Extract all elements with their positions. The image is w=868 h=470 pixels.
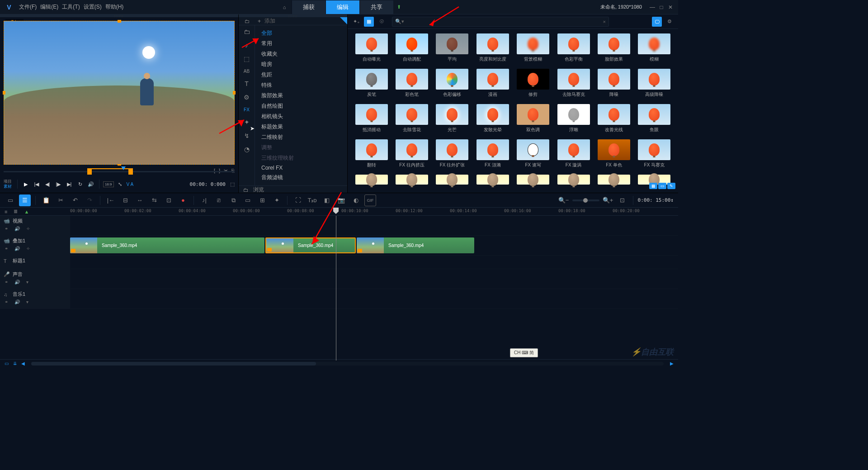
effect-tool-icon[interactable]: ✦ [271, 195, 283, 206]
track-link-icon[interactable]: ⚭ [5, 246, 8, 251]
track-fx-icon[interactable]: ✧ [26, 226, 30, 231]
view-toggle-1[interactable]: ▦ [649, 183, 657, 189]
effect-item[interactable]: 自动调配 [392, 33, 431, 66]
track-menu-icon[interactable]: ≣ [14, 209, 18, 214]
volume-button[interactable]: 🔊 [86, 180, 95, 189]
cut-icon[interactable]: ✂ [55, 195, 66, 206]
browse-icon[interactable]: 🗀 [243, 187, 249, 193]
menu-tools[interactable]: 工具(T) [62, 3, 80, 11]
wand-icon[interactable]: ✦ [244, 119, 250, 126]
track-fx-icon[interactable]: ✧ [26, 246, 30, 251]
add-to-fav-icon[interactable]: ✦₊ [351, 17, 361, 27]
effect-item[interactable]: FX 马赛克 [635, 139, 674, 172]
crop-handle-left[interactable] [3, 91, 5, 95]
filter-item[interactable]: 脸部效果 [255, 90, 347, 101]
step-back-button[interactable]: ◀| [43, 180, 52, 189]
menu-file[interactable]: 文件(F) [19, 3, 37, 11]
record-icon[interactable]: ● [177, 195, 189, 206]
track-mute-icon[interactable]: 🔊 [14, 280, 20, 285]
ripple-delete-icon[interactable]: ⊟ [119, 195, 131, 206]
effect-item[interactable]: 发散光晕 [473, 104, 512, 137]
effects-search[interactable]: 🔍▾ × [392, 17, 609, 27]
view-toggle-2[interactable]: ▭ [658, 183, 666, 189]
effect-item[interactable]: 光芒 [433, 104, 472, 137]
effect-item[interactable]: FX 往内挤压 [392, 139, 431, 172]
resize-icon[interactable]: ⤡ [116, 180, 125, 189]
tab-edit[interactable]: 编辑 [326, 0, 359, 14]
scrub-playhead[interactable] [121, 166, 126, 170]
effect-item[interactable] [514, 175, 552, 188]
effect-item[interactable]: 翻转 [352, 139, 391, 172]
zoom-slider[interactable] [572, 199, 599, 201]
goto-end-button[interactable]: ▶| [65, 180, 74, 189]
filter-item[interactable]: 收藏夹 [255, 49, 347, 59]
fx-icon[interactable]: FX [244, 107, 250, 112]
effect-item[interactable]: FX 速写 [514, 139, 552, 172]
effect-item[interactable] [473, 175, 512, 188]
timeline-view-icon[interactable]: ☰ [19, 195, 31, 206]
effect-item[interactable] [433, 175, 472, 188]
effects-grid[interactable]: 自动曝光自动调配平均亮度和对比度背景模糊色彩平衡脸部效果模糊炭笔彩色笔色彩偏移漫… [348, 29, 678, 193]
effect-item[interactable]: FX 往外扩张 [433, 139, 472, 172]
track-body-overlay[interactable]: Sample_360.mp4Sample_360.mp4Sample_360.m… [70, 236, 678, 255]
mask-tool-icon[interactable]: ◧ [321, 195, 333, 206]
effect-item[interactable]: 降噪 [594, 69, 633, 101]
track-body-music[interactable] [70, 289, 678, 309]
mode-project-label[interactable]: 项目 [4, 179, 12, 184]
filter-item[interactable]: 全部 [255, 28, 347, 38]
add-track-icon[interactable]: ▲ [24, 209, 29, 214]
effect-item[interactable]: 色彩平衡 [554, 33, 593, 66]
marker-icon[interactable]: ▭ [242, 195, 254, 206]
filter-item[interactable]: 三维纹理映射 [255, 153, 347, 163]
undo-icon[interactable]: ↶ [69, 195, 81, 206]
path-icon[interactable]: ↯ [244, 132, 250, 139]
mode-source-label[interactable]: 素材 [4, 184, 12, 189]
track-mute-icon[interactable]: 🔊 [14, 246, 20, 251]
copy-icon[interactable]: 📋 [40, 195, 52, 206]
timeline-scrollbar[interactable] [31, 362, 664, 366]
filter-item[interactable]: 相机镜头 [255, 111, 347, 122]
timeline-clip[interactable]: Sample_360.mp4 [357, 237, 474, 253]
audio-tool-icon[interactable]: ♪| [198, 195, 210, 206]
pin-corner[interactable] [340, 17, 347, 24]
track-expand-icon[interactable]: ▾ [26, 299, 28, 304]
effect-item[interactable]: 改善光线 [594, 104, 633, 137]
view-toggle-3[interactable]: ✎ [667, 183, 675, 189]
filter-item[interactable]: 焦距 [255, 70, 347, 80]
effect-item[interactable]: 浮雕 [554, 104, 593, 137]
text-tool-icon[interactable]: T₃ᴅ [307, 195, 318, 206]
effect-item[interactable]: FX 单色 [594, 139, 633, 172]
library-mode-icon[interactable]: 🗀 [239, 17, 255, 25]
close-button[interactable]: ✕ [667, 4, 674, 10]
filter-item[interactable]: 音频滤镜 [255, 172, 347, 183]
slide-icon[interactable]: ⊡ [163, 195, 175, 206]
effect-item[interactable]: 炭笔 [352, 69, 391, 101]
settings-slider-icon[interactable]: ⚙ [665, 17, 675, 27]
track-body-sound[interactable] [70, 269, 678, 289]
track-link-icon[interactable]: ⚭ [5, 226, 8, 231]
track-expand-icon[interactable]: ▾ [26, 280, 28, 285]
gif-icon[interactable]: GIF [364, 195, 376, 206]
clear-search-icon[interactable]: × [603, 19, 606, 24]
preview-viewport[interactable] [4, 21, 235, 165]
slip-icon[interactable]: ⇆ [148, 195, 160, 206]
effect-item[interactable]: 彩色笔 [392, 69, 431, 101]
mixer-icon[interactable]: ⎚ [213, 195, 225, 206]
effect-item[interactable]: 亮度和对比度 [473, 33, 512, 66]
effect-item[interactable] [594, 175, 633, 188]
effect-item[interactable]: 双色调 [514, 104, 552, 137]
panel-grip[interactable]: ∷∷∷ [0, 14, 238, 17]
timeline-clip[interactable]: Sample_360.mp4 [70, 237, 264, 253]
preview-scrubber[interactable] [4, 168, 235, 176]
effect-item[interactable]: 色彩偏移 [433, 69, 472, 101]
effect-item[interactable]: 脸部效果 [594, 33, 633, 66]
view-grid-icon[interactable]: ⦾ [377, 17, 387, 27]
effect-item[interactable]: 平均 [433, 33, 472, 66]
ripple-icon[interactable]: ↔ [134, 195, 146, 206]
link-icon[interactable]: ⧉ [227, 195, 239, 206]
track-body-title[interactable] [70, 256, 678, 269]
filter-item[interactable]: 调整 [255, 142, 347, 153]
maximize-button[interactable]: □ [658, 4, 665, 10]
effect-item[interactable]: 漫画 [473, 69, 512, 101]
crop-handle-right[interactable] [233, 91, 236, 95]
